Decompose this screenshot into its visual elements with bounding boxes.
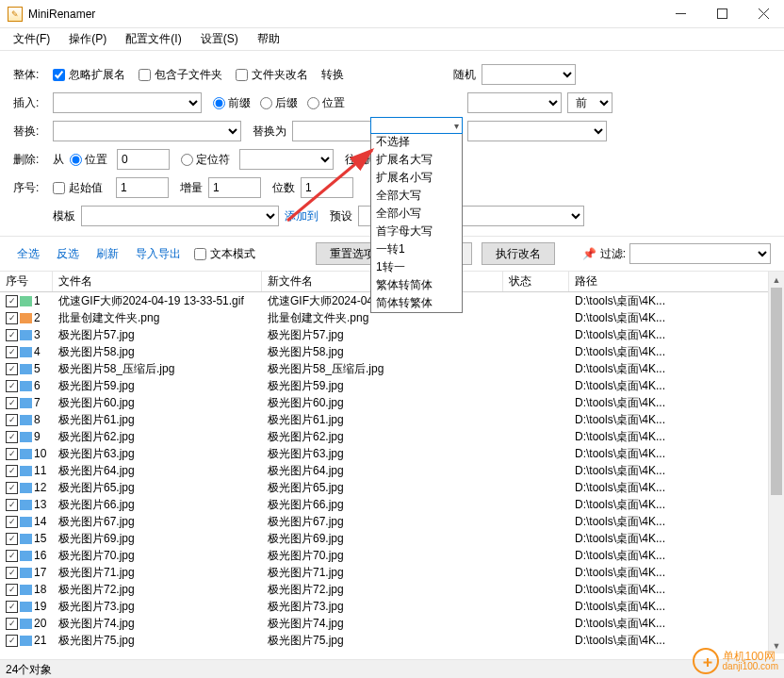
checkbox-include-sub[interactable]: 包含子文件夹 <box>139 67 222 83</box>
table-row[interactable]: 10极光图片63.jpg极光图片63.jpgD:\tools\桌面\4K... <box>0 445 768 462</box>
cell-path: D:\tools\桌面\4K... <box>569 480 768 496</box>
select-insert-text[interactable] <box>53 92 202 113</box>
row-checkbox[interactable] <box>6 397 18 409</box>
menu-help[interactable]: 帮助 <box>248 28 289 50</box>
convert-dropdown-field[interactable]: ▾ <box>370 117 463 134</box>
convert-option-6[interactable]: 一转1 <box>371 240 462 258</box>
row-checkbox[interactable] <box>6 499 18 511</box>
row-checkbox[interactable] <box>6 414 18 426</box>
checkbox-rename-folder[interactable]: 文件夹改名 <box>236 67 308 83</box>
table-row[interactable]: 7极光图片60.jpg极光图片60.jpgD:\tools\桌面\4K... <box>0 394 768 411</box>
convert-option-5[interactable]: 首字母大写 <box>371 223 462 240</box>
row-checkbox[interactable] <box>6 482 18 494</box>
table-row[interactable]: 20极光图片74.jpg极光图片74.jpgD:\tools\桌面\4K... <box>0 615 768 632</box>
radio-suffix[interactable]: 后缀 <box>260 95 298 111</box>
th-index[interactable]: 序号 <box>0 272 53 291</box>
table-row[interactable]: 8极光图片61.jpg极光图片61.jpgD:\tools\桌面\4K... <box>0 411 768 428</box>
input-digits[interactable] <box>301 177 353 198</box>
select-replace-mode[interactable] <box>467 121 607 141</box>
select-filter[interactable] <box>629 243 771 264</box>
row-checkbox[interactable] <box>6 584 18 596</box>
convert-option-7[interactable]: 1转一 <box>371 258 462 276</box>
convert-option-4[interactable]: 全部小写 <box>371 205 462 223</box>
row-checkbox[interactable] <box>6 380 18 392</box>
link-refresh[interactable]: 刷新 <box>92 244 122 264</box>
table-row[interactable]: 13极光图片66.jpg极光图片66.jpgD:\tools\桌面\4K... <box>0 496 768 513</box>
row-checkbox[interactable] <box>6 346 18 358</box>
table-row[interactable]: 5极光图片58_压缩后.jpg极光图片58_压缩后.jpgD:\tools\桌面… <box>0 360 768 377</box>
link-add-to[interactable]: 添加到 <box>285 208 318 224</box>
row-checkbox[interactable] <box>6 295 18 307</box>
table-row[interactable]: 16极光图片70.jpg极光图片70.jpgD:\tools\桌面\4K... <box>0 547 768 564</box>
maximize-button[interactable] <box>701 0 743 28</box>
input-increment[interactable] <box>208 177 261 198</box>
table-row[interactable]: 17极光图片71.jpg极光图片71.jpgD:\tools\桌面\4K... <box>0 564 768 581</box>
minimize-button[interactable] <box>660 0 701 28</box>
th-filename[interactable]: 文件名 <box>53 272 262 291</box>
radio-del-locator[interactable]: 定位符 <box>181 152 230 168</box>
table-row[interactable]: 4极光图片58.jpg极光图片58.jpgD:\tools\桌面\4K... <box>0 343 768 360</box>
scroll-up-icon[interactable]: ▲ <box>769 272 784 288</box>
close-button[interactable] <box>743 0 784 28</box>
select-template[interactable] <box>81 206 279 226</box>
table-row[interactable]: 14极光图片67.jpg极光图片67.jpgD:\tools\桌面\4K... <box>0 513 768 530</box>
menu-config[interactable]: 配置文件(I) <box>116 28 190 50</box>
row-checkbox[interactable] <box>6 363 18 375</box>
checkbox-ignore-ext[interactable]: 忽略扩展名 <box>53 67 125 83</box>
row-checkbox[interactable] <box>6 618 18 630</box>
link-select-all[interactable]: 全选 <box>13 244 43 264</box>
table-row[interactable]: 11极光图片64.jpg极光图片64.jpgD:\tools\桌面\4K... <box>0 462 768 479</box>
vertical-scrollbar[interactable]: ▲ ▼ <box>768 272 784 653</box>
radio-del-pos[interactable]: 位置 <box>70 152 107 168</box>
cell-filename: 极光图片60.jpg <box>53 395 262 411</box>
file-type-icon <box>20 636 32 646</box>
table-row[interactable]: 19极光图片73.jpg极光图片73.jpgD:\tools\桌面\4K... <box>0 598 768 615</box>
checkbox-start-val[interactable]: 起始值 <box>53 180 103 196</box>
row-checkbox[interactable] <box>6 533 18 545</box>
row-checkbox[interactable] <box>6 516 18 528</box>
input-del-pos[interactable] <box>117 149 170 170</box>
convert-option-3[interactable]: 全部大写 <box>371 187 462 205</box>
file-type-icon <box>20 415 32 425</box>
menu-file[interactable]: 文件(F) <box>4 28 59 50</box>
convert-option-0[interactable]: 不选择 <box>371 133 462 151</box>
link-invert[interactable]: 反选 <box>53 244 83 264</box>
row-checkbox[interactable] <box>6 635 18 647</box>
button-execute[interactable]: 执行改名 <box>482 242 555 265</box>
table-row[interactable]: 21极光图片75.jpg极光图片75.jpgD:\tools\桌面\4K... <box>0 632 768 649</box>
convert-option-1[interactable]: 扩展名大写 <box>371 151 462 169</box>
table-row[interactable]: 15极光图片69.jpg极光图片69.jpgD:\tools\桌面\4K... <box>0 530 768 547</box>
row-checkbox[interactable] <box>6 329 18 341</box>
link-import-export[interactable]: 导入导出 <box>132 244 185 264</box>
row-checkbox[interactable] <box>6 431 18 443</box>
table-row[interactable]: 18极光图片72.jpg极光图片72.jpgD:\tools\桌面\4K... <box>0 581 768 598</box>
select-front-back[interactable]: 前 <box>567 92 612 113</box>
file-type-icon <box>20 347 32 357</box>
table-row[interactable]: 12极光图片65.jpg极光图片65.jpgD:\tools\桌面\4K... <box>0 479 768 496</box>
scroll-thumb[interactable] <box>771 288 782 495</box>
row-checkbox[interactable] <box>6 448 18 460</box>
th-status[interactable]: 状态 <box>503 272 569 291</box>
convert-option-8[interactable]: 繁体转简体 <box>371 276 462 294</box>
row-checkbox[interactable] <box>6 465 18 477</box>
table-row[interactable]: 3极光图片57.jpg极光图片57.jpgD:\tools\桌面\4K... <box>0 326 768 343</box>
checkbox-text-mode[interactable]: 文本模式 <box>194 246 255 262</box>
radio-prefix[interactable]: 前缀 <box>213 95 251 111</box>
select-replace-from[interactable] <box>53 121 241 141</box>
menu-settings[interactable]: 设置(S) <box>191 28 248 50</box>
input-start-val[interactable] <box>116 177 169 198</box>
select-insert-opt[interactable] <box>467 92 562 113</box>
radio-position[interactable]: 位置 <box>307 95 345 111</box>
convert-option-2[interactable]: 扩展名小写 <box>371 169 462 187</box>
row-checkbox[interactable] <box>6 550 18 562</box>
row-checkbox[interactable] <box>6 601 18 613</box>
select-locator[interactable] <box>239 149 334 170</box>
th-path[interactable]: 路径 <box>569 272 784 291</box>
table-row[interactable]: 9极光图片62.jpg极光图片62.jpgD:\tools\桌面\4K... <box>0 428 768 445</box>
convert-option-9[interactable]: 简体转繁体 <box>371 294 462 312</box>
row-checkbox[interactable] <box>6 567 18 579</box>
menu-ops[interactable]: 操作(P) <box>59 28 116 50</box>
row-checkbox[interactable] <box>6 312 18 324</box>
table-row[interactable]: 6极光图片59.jpg极光图片59.jpgD:\tools\桌面\4K... <box>0 377 768 394</box>
select-random[interactable] <box>482 64 576 85</box>
